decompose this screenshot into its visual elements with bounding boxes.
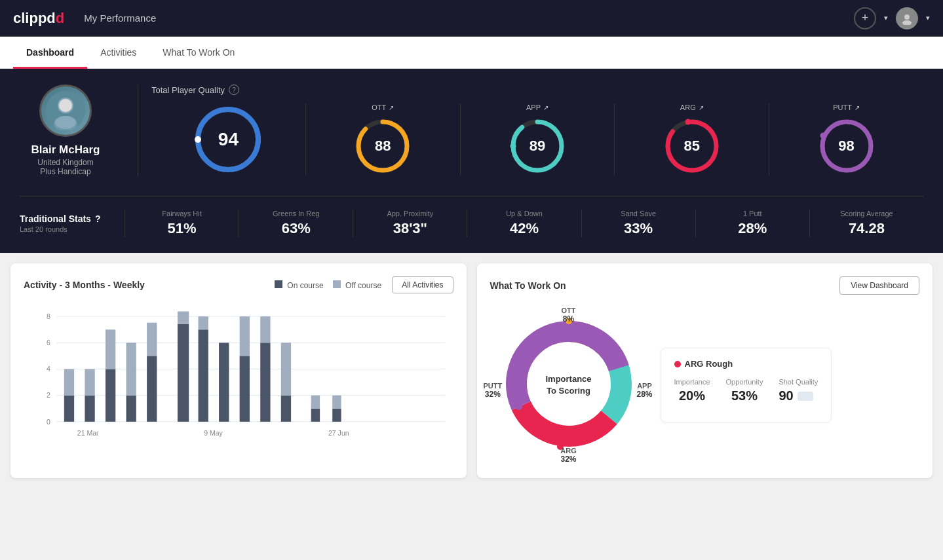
- header-actions: + ▾ ▾: [854, 7, 930, 29]
- svg-rect-33: [85, 396, 94, 422]
- stat-updown: Up & Down 42%: [467, 210, 581, 237]
- svg-text:4: 4: [47, 365, 50, 373]
- header-title: My Performance: [84, 12, 854, 24]
- view-dashboard-button[interactable]: View Dashboard: [839, 276, 919, 295]
- stat-sandsave: Sand Save 33%: [581, 210, 695, 237]
- off-course-legend: Off course: [333, 280, 381, 290]
- svg-rect-54: [311, 409, 320, 422]
- svg-rect-52: [281, 396, 291, 422]
- ott-label: OTT ↗: [372, 103, 394, 111]
- stat-proximity-value: 38'3": [360, 220, 460, 237]
- divider-vertical: [138, 84, 138, 176]
- banner-top: Blair McHarg United Kingdom Plus Handica…: [20, 84, 923, 176]
- stat-1putt-value: 28%: [702, 220, 803, 237]
- user-dropdown-arrow[interactable]: ▾: [926, 14, 930, 22]
- svg-text:9 May: 9 May: [204, 429, 223, 437]
- svg-text:21 Mar: 21 Mar: [77, 429, 99, 437]
- app-arrow-icon: ↗: [543, 104, 548, 111]
- trad-stats-sublabel: Last 20 rounds: [20, 225, 125, 233]
- svg-rect-34: [85, 369, 94, 395]
- stat-scoring-value: 74.28: [817, 220, 917, 237]
- svg-rect-35: [106, 369, 115, 421]
- svg-rect-55: [311, 396, 320, 409]
- trad-stats-label: Traditional Stats ?: [20, 214, 125, 224]
- metric-opportunity: Opportunity 53%: [726, 378, 763, 403]
- red-dot-icon: [674, 361, 681, 367]
- svg-rect-46: [219, 343, 229, 422]
- donut-center-text: ImportanceTo Scoring: [545, 373, 591, 397]
- arg-gauge-value: 85: [684, 138, 700, 155]
- quality-label: Total Player Quality ?: [151, 84, 923, 95]
- main-gauge-value: 94: [218, 129, 239, 150]
- activity-chart-title: Activity - 3 Months - Weekly: [24, 280, 145, 290]
- app-gauge: APP ↗ 89: [460, 103, 615, 176]
- gauges-row: 94 OTT ↗ 88: [151, 103, 923, 176]
- add-dropdown-arrow[interactable]: ▾: [884, 14, 888, 22]
- svg-rect-50: [260, 343, 270, 422]
- arg-arrow-icon: ↗: [699, 104, 704, 111]
- bottom-section: Activity - 3 Months - Weekly On course O…: [0, 253, 943, 489]
- donut-center-label: ImportanceTo Scoring: [545, 373, 591, 397]
- svg-text:2: 2: [47, 391, 50, 399]
- chart-area: 0 2 4 6 8: [24, 304, 453, 448]
- logo-text: clippd: [13, 10, 56, 26]
- work-on-card: What To Work On View Dashboard: [477, 263, 933, 478]
- svg-rect-53: [281, 343, 291, 395]
- user-avatar[interactable]: [896, 7, 918, 29]
- ott-donut-label: OTT 8%: [562, 307, 576, 324]
- app-donut-label: APP 28%: [636, 382, 652, 399]
- ott-gauge-value: 88: [375, 138, 391, 155]
- svg-rect-37: [126, 396, 136, 422]
- quality-help-icon[interactable]: ?: [229, 84, 239, 95]
- arg-donut-label: ARG 32%: [560, 447, 576, 464]
- svg-rect-41: [178, 324, 189, 422]
- donut-chart-area: ImportanceTo Scoring OTT 8% APP 28% ARG …: [490, 305, 647, 465]
- svg-rect-43: [199, 329, 208, 422]
- svg-point-20: [820, 133, 826, 139]
- stat-greens-value: 63%: [246, 220, 346, 237]
- on-course-legend: On course: [275, 280, 324, 290]
- stat-updown-value: 42%: [474, 220, 574, 237]
- trad-label-area: Traditional Stats ? Last 20 rounds: [20, 214, 125, 233]
- svg-point-1: [902, 20, 912, 25]
- player-handicap: Plus Handicap: [40, 167, 90, 176]
- player-info: Blair McHarg United Kingdom Plus Handica…: [20, 84, 125, 176]
- chart-legend: On course Off course: [275, 280, 381, 290]
- stat-fairways-label: Fairways Hit: [132, 210, 232, 217]
- stat-greens: Greens In Reg 63%: [239, 210, 353, 237]
- activity-card: Activity - 3 Months - Weekly On course O…: [10, 263, 467, 478]
- svg-rect-48: [240, 356, 250, 421]
- work-on-card-header: What To Work On View Dashboard: [490, 276, 920, 295]
- tab-activities[interactable]: Activities: [87, 37, 149, 69]
- svg-rect-40: [147, 323, 157, 356]
- traditional-stats: Traditional Stats ? Last 20 rounds Fairw…: [20, 196, 923, 237]
- tab-dashboard[interactable]: Dashboard: [13, 37, 87, 69]
- stat-fairways-value: 51%: [132, 220, 232, 237]
- svg-rect-32: [64, 369, 74, 395]
- header: clippdd My Performance + ▾ ▾: [0, 0, 943, 37]
- trad-stats-list: Fairways Hit 51% Greens In Reg 63% App. …: [125, 210, 923, 237]
- svg-point-0: [904, 14, 910, 20]
- ott-arrow-icon: ↗: [389, 104, 394, 111]
- putt-gauge: PUTT ↗ 98: [769, 103, 923, 176]
- svg-point-6: [55, 116, 76, 129]
- all-activities-button[interactable]: All Activities: [392, 276, 453, 293]
- add-button[interactable]: +: [854, 7, 876, 29]
- tab-what-to-work-on[interactable]: What To Work On: [149, 37, 248, 69]
- stat-proximity-label: App. Proximity: [360, 210, 460, 217]
- main-gauge: 94: [151, 103, 305, 176]
- app-gauge-value: 89: [529, 138, 545, 155]
- shot-quality-bar: [798, 392, 813, 401]
- stat-sandsave-label: Sand Save: [588, 210, 689, 217]
- metric-shot-quality: Shot Quality 90: [779, 378, 818, 403]
- work-detail-title: ARG Rough: [674, 359, 818, 369]
- svg-point-14: [510, 143, 516, 149]
- work-on-content: ImportanceTo Scoring OTT 8% APP 28% ARG …: [490, 305, 920, 465]
- svg-rect-57: [332, 396, 341, 409]
- trad-help-icon[interactable]: ?: [95, 214, 101, 224]
- svg-rect-51: [260, 316, 270, 343]
- svg-rect-42: [178, 311, 189, 324]
- svg-rect-56: [332, 409, 341, 422]
- stat-1putt: 1 Putt 28%: [695, 210, 809, 237]
- stats-banner: Blair McHarg United Kingdom Plus Handica…: [0, 69, 943, 253]
